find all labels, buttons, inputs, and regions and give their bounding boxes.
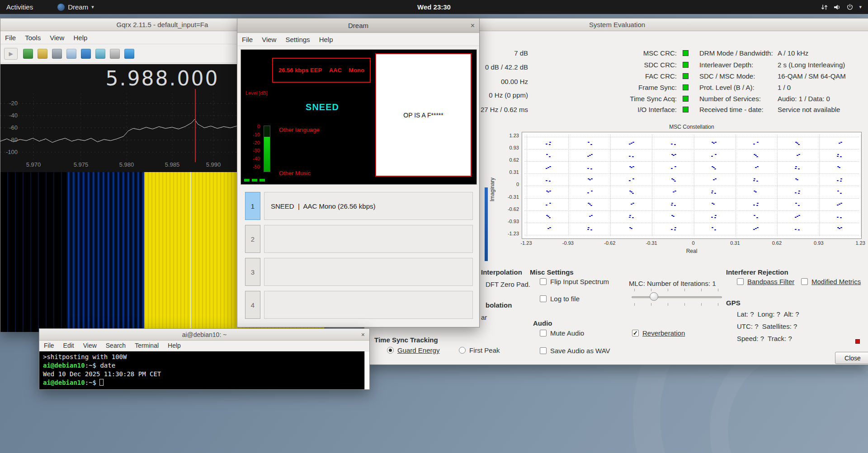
system-status-area[interactable]: ▾ [821, 4, 862, 11]
clipped-wiener-option[interactable]: ar [481, 313, 487, 321]
terminal-window-title: ai@debian10: ~ [182, 331, 227, 338]
start-dsp-button[interactable]: ▶ [4, 48, 18, 60]
service-3-label[interactable] [264, 258, 473, 286]
activities-button[interactable]: Activities [6, 3, 33, 11]
log-to-file-checkbox[interactable] [540, 295, 547, 302]
time-sync-led [683, 96, 689, 102]
param-label: Interleaver Depth: [699, 61, 778, 69]
dream-menu-file[interactable]: File [237, 33, 257, 46]
dream-menu-settings[interactable]: Settings [281, 33, 314, 46]
service-4-label[interactable] [264, 291, 473, 319]
slider-knob[interactable] [650, 292, 658, 301]
prompt-user: ai@debian10 [43, 362, 85, 369]
gqrx-menu-help[interactable]: Help [69, 31, 92, 44]
close-window-icon[interactable]: × [361, 329, 365, 340]
bandpass-filter-checkbox[interactable] [737, 278, 744, 285]
dream-menubar: File View Settings Help [237, 33, 479, 46]
first-peak-radio[interactable] [459, 347, 466, 354]
power-icon [846, 4, 854, 11]
param-label: DRM Mode / Bandwidth: [699, 49, 778, 57]
param-row: Prot. Level (B / A):1 / 0 [699, 84, 791, 91]
terminal-menu-file[interactable]: File [39, 339, 59, 352]
service-1-label[interactable]: SNEED | AAC Mono (26.56 kbps) [264, 192, 473, 220]
mute-audio-checkbox[interactable] [540, 330, 547, 336]
gps-lat-long-alt: Lat: ? Long: ? Alt: ? [737, 310, 799, 318]
terminal-menu-help[interactable]: Help [163, 339, 185, 352]
app-menu[interactable]: Dream ▾ [57, 3, 94, 11]
service-1-button[interactable]: 1 [245, 192, 260, 220]
app-menu-label: Dream [68, 3, 88, 11]
gqrx-menu-tools[interactable]: Tools [20, 31, 45, 44]
prompt-user: ai@debian10 [43, 379, 85, 386]
audio-heading: Audio [533, 319, 552, 327]
modified-metrics-checkbox[interactable] [801, 278, 808, 285]
close-button[interactable]: Close [835, 352, 868, 364]
service-3-button[interactable]: 3 [245, 258, 260, 286]
mlc-iterations-slider[interactable] [632, 289, 722, 306]
save-audio-wav-checkbox[interactable] [540, 347, 547, 354]
signal-led [244, 179, 250, 182]
clipped-dft-zero-pad-option[interactable]: DFT Zero Pad. [486, 280, 530, 288]
play-icon: ▶ [9, 51, 13, 57]
modified-metrics-label: Modified Metrics [811, 278, 861, 285]
freq-axis-label: 5.990 [206, 161, 221, 168]
flip-input-spectrum-checkbox[interactable] [540, 278, 547, 285]
sdc-crc-led [683, 62, 689, 68]
terminal-menu-view[interactable]: View [79, 339, 101, 352]
clock[interactable]: Wed 23:30 [417, 3, 451, 11]
open-file-icon[interactable] [38, 49, 47, 59]
dream-menu-view[interactable]: View [257, 33, 281, 46]
service-row: 3 [237, 258, 479, 286]
tools-icon[interactable] [110, 49, 120, 59]
service-row: 2 [237, 225, 479, 253]
dsp-settings-icon[interactable] [81, 49, 91, 59]
freq-axis-label: 5.975 [74, 161, 89, 168]
close-window-icon[interactable]: × [471, 19, 475, 33]
param-row: Interleaver Depth:2 s (Long Interleaving… [699, 61, 845, 69]
led-label: Frame Sync: [609, 84, 677, 91]
stream-info-box: 26.56 kbps EEP AAC Mono [272, 58, 371, 83]
bookmarks-icon[interactable] [66, 49, 76, 59]
terminal-scrollbar[interactable] [364, 351, 369, 389]
service-2-label[interactable] [264, 225, 473, 253]
genre-label-top: Other language [279, 126, 320, 133]
terminal-menu-search[interactable]: Search [101, 339, 130, 352]
spectrum-settings-icon[interactable] [95, 49, 105, 59]
radiotext-box: OP IS A F***** [375, 53, 472, 177]
meter-scale-label: -40 [248, 156, 260, 161]
slider-track[interactable] [632, 296, 722, 298]
terminal-window: ai@debian10: ~ × File Edit View Search T… [39, 328, 370, 390]
gqrx-menu-view[interactable]: View [45, 31, 69, 44]
reverberation-checkbox[interactable]: ✓ [632, 330, 639, 336]
iq-record-icon[interactable] [23, 49, 33, 59]
save-icon[interactable] [52, 49, 62, 59]
tuned-frequency-marker[interactable] [195, 89, 196, 162]
led-label: MSC CRC: [609, 49, 677, 57]
param-value: A / 10 kHz [778, 49, 808, 57]
log-to-file-label: Log to file [550, 295, 580, 303]
tune-crosshair-icon[interactable] [124, 49, 134, 59]
dream-window-title: Dream [348, 22, 368, 29]
guard-energy-radio[interactable] [387, 347, 394, 354]
param-row: Received time - date:Service not availab… [699, 106, 840, 113]
msc-constellation-chart[interactable] [522, 132, 862, 239]
meter-scale-label: -20 [248, 140, 260, 145]
service-4-button[interactable]: 4 [245, 291, 260, 319]
service-2-button[interactable]: 2 [245, 225, 260, 253]
param-label: Prot. Level (B / A): [699, 84, 778, 91]
terminal-menu-edit[interactable]: Edit [59, 339, 79, 352]
terminal-menu-terminal[interactable]: Terminal [130, 339, 163, 352]
constellation-xlabel: Real [522, 248, 862, 254]
dream-titlebar[interactable]: Dream × [237, 19, 479, 33]
clipped-time-interpolation-heading: bolation [486, 301, 512, 309]
flip-input-spectrum-label: Flip Input Spectrum [550, 278, 609, 285]
terminal-body[interactable]: >shitposting with 100W ai@debian10:~$ da… [39, 351, 369, 389]
waterfall-weak-signal-region [66, 172, 144, 332]
gqrx-menu-file[interactable]: File [0, 31, 20, 44]
terminal-titlebar[interactable]: ai@debian10: ~ × [39, 329, 369, 341]
db-axis-label: -80 [2, 136, 18, 143]
led-label: I/O Interface: [609, 106, 677, 113]
interferer-rejection-heading: Interferer Rejection [726, 268, 788, 276]
gnome-top-bar: Activities Dream ▾ Wed 23:30 ▾ [0, 0, 868, 14]
dream-menu-help[interactable]: Help [315, 33, 338, 46]
